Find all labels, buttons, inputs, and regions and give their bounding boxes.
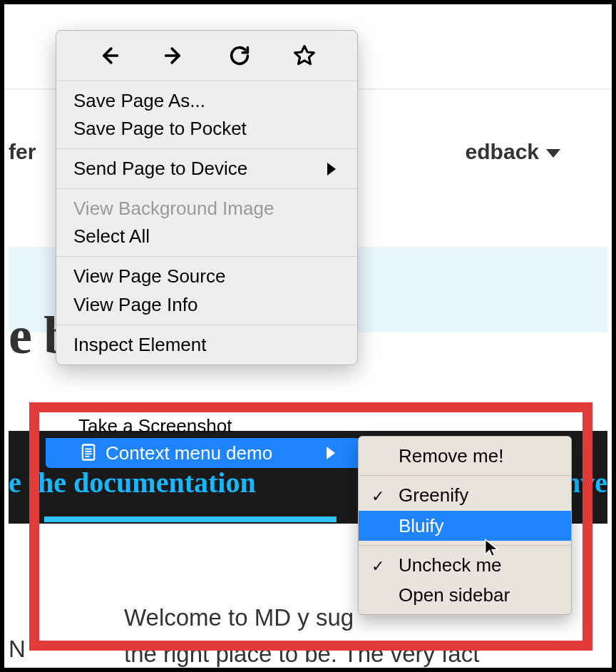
submenu-item-label: Open sidebar [399, 584, 510, 606]
submenu-context-menu-demo: Remove me! ✓Greenify Bluify ✓Uncheck me … [358, 436, 572, 615]
nav-fragment-right: edback [466, 140, 560, 164]
menu-item-label: Save Page to Pocket [73, 116, 247, 141]
submenu-group-3: ✓Uncheck me Open sidebar [359, 546, 571, 615]
menu-item-label: View Page Source [73, 264, 225, 289]
forward-icon[interactable] [162, 44, 186, 68]
menu-item-label: View Page Info [73, 292, 197, 317]
menu-item-label: Select All [73, 224, 150, 249]
menu-group-send: Send Page to Device [56, 149, 357, 188]
submenu-item-label: Remove me! [399, 445, 503, 467]
submenu-group-2: ✓Greenify Bluify [359, 476, 571, 545]
menu-item-view-page-info[interactable]: View Page Info [56, 291, 357, 319]
menu-item-label: Context menu demo [106, 442, 272, 464]
back-icon[interactable] [97, 44, 121, 68]
chevron-right-icon [327, 163, 336, 175]
menu-group-view-source: View Page Source View Page Info [56, 257, 357, 324]
nav-fragment-right-text: edback [466, 140, 539, 163]
submenu-item-uncheck-me[interactable]: ✓Uncheck me [359, 550, 571, 580]
menu-item-label: View Background Image [73, 196, 274, 221]
mouse-cursor-icon [482, 538, 502, 558]
menu-item-take-screenshot[interactable]: Take a Screenshot [78, 415, 232, 437]
context-menu: Save Page As... Save Page to Pocket Send… [56, 30, 358, 365]
check-icon: ✓ [371, 554, 384, 579]
menu-group-save: Save Page As... Save Page to Pocket [56, 81, 357, 148]
chevron-right-icon [327, 447, 335, 459]
check-icon: ✓ [371, 484, 384, 509]
reload-icon[interactable] [227, 44, 252, 68]
context-menu-icon-row [56, 31, 357, 81]
submenu-item-remove-me[interactable]: Remove me! [359, 441, 571, 471]
chevron-down-icon [546, 149, 560, 158]
menu-item-context-menu-demo[interactable]: Context menu demo [46, 438, 358, 468]
menu-item-inspect-element[interactable]: Inspect Element [56, 331, 357, 359]
submenu-group-1: Remove me! [359, 437, 571, 475]
menu-item-view-page-source[interactable]: View Page Source [56, 263, 357, 290]
svg-rect-0 [83, 445, 94, 460]
menu-group-view-bg: View Background Image Select All [56, 189, 357, 256]
star-icon[interactable] [292, 44, 317, 68]
submenu-item-label: Bluify [399, 515, 444, 536]
menu-item-select-all[interactable]: Select All [56, 223, 357, 250]
left-side-fragment: N [9, 636, 26, 663]
menu-item-view-background-image: View Background Image [56, 195, 357, 223]
menu-item-label: Inspect Element [73, 332, 206, 357]
menu-group-inspect: Inspect Element [56, 325, 357, 365]
menu-item-save-to-pocket[interactable]: Save Page to Pocket [56, 115, 357, 143]
menu-item-label: Send Page to Device [73, 156, 247, 181]
menu-item-save-page-as[interactable]: Save Page As... [56, 87, 357, 115]
submenu-item-open-sidebar[interactable]: Open sidebar [359, 580, 571, 610]
menu-item-send-to-device[interactable]: Send Page to Device [56, 155, 357, 183]
submenu-item-label: Greenify [399, 484, 468, 506]
document-icon [78, 442, 98, 462]
nav-fragment-left: fer [9, 140, 36, 164]
submenu-item-greenify[interactable]: ✓Greenify [359, 480, 571, 510]
menu-item-label: Save Page As... [73, 88, 205, 113]
submenu-item-bluify[interactable]: Bluify [359, 511, 571, 541]
